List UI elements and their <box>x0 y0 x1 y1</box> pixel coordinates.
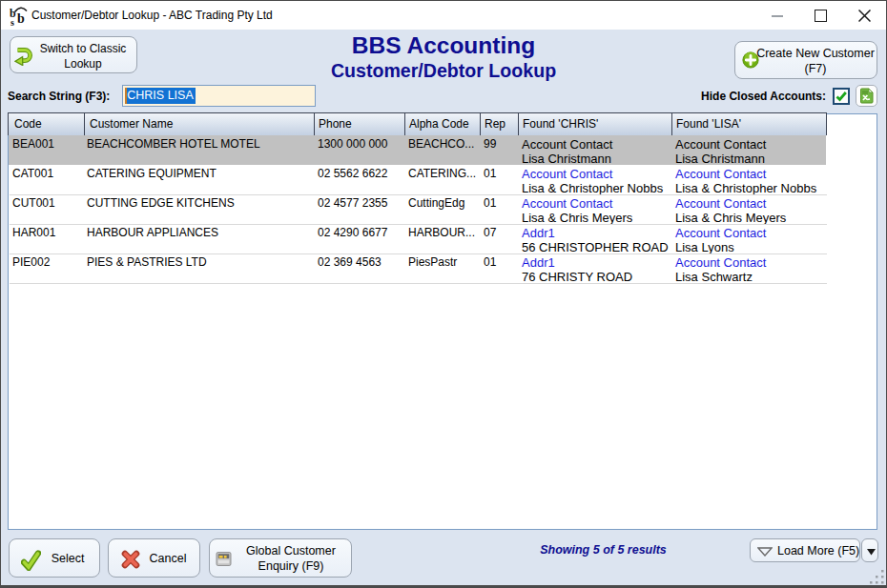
svg-text:b: b <box>17 11 25 26</box>
svg-text:s: s <box>10 17 14 27</box>
